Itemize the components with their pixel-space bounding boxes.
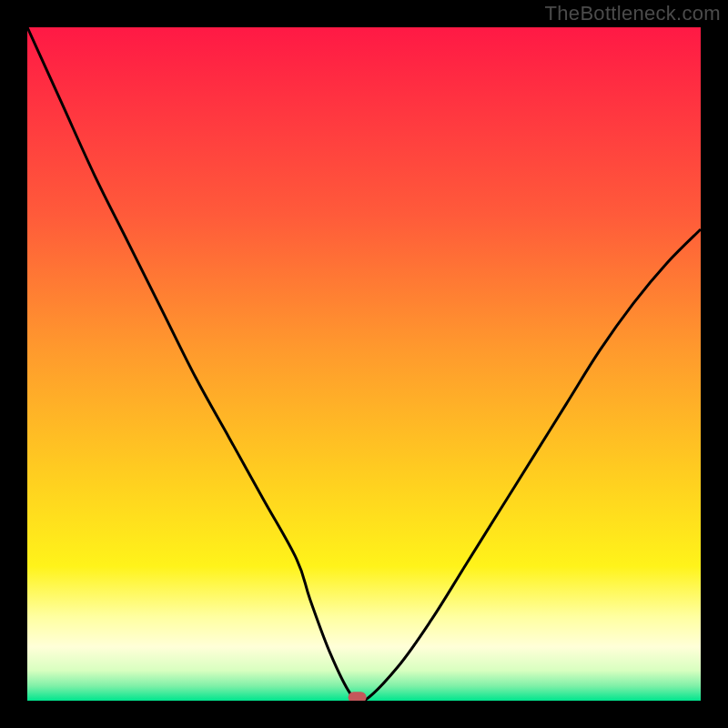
plot-area [27,27,701,701]
plot-svg [27,27,701,701]
gradient-background [27,27,701,701]
watermark-text: TheBottleneck.com [545,2,721,25]
optimum-marker [349,692,367,701]
chart-container: TheBottleneck.com [0,0,728,728]
